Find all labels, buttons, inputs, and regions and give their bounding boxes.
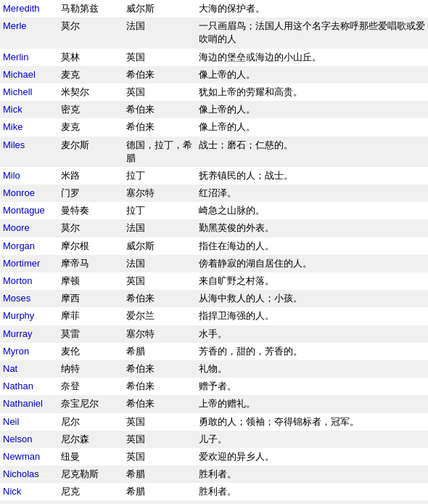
name-cell[interactable]: Murphy [0, 307, 58, 325]
chinese-cell: 尼尔森 [58, 431, 123, 448]
chinese-cell: 摩帝马 [58, 255, 123, 272]
origin-cell: 希伯来 [123, 101, 196, 118]
chinese-cell: 纳特 [58, 360, 123, 378]
meaning-cell: 大海的保护者。 [196, 0, 428, 17]
meaning-cell: 水手。 [196, 325, 428, 343]
name-cell[interactable]: Mortimer [0, 255, 58, 272]
table-row: Merle 莫尔 法国 一只画眉鸟；法国人用这个名字去称呼那些爱唱歌或爱吹哨的人 [0, 17, 428, 48]
meaning-cell: 傍着静寂的湖自居住的人。 [196, 255, 428, 272]
origin-cell: 拉丁 [123, 167, 196, 184]
table-row: Nicholas 尼克勒斯 希腊 胜利者。 [0, 466, 428, 483]
origin-cell: 希伯来 [123, 290, 196, 307]
chinese-cell: 奈哲尔 [58, 500, 123, 504]
origin-cell: 塞尔特 [123, 325, 196, 343]
meaning-cell: 胜利者。 [196, 483, 428, 500]
table-row: Neil 尼尔 英国 勇敢的人；领袖；夺得锦标者，冠军。 [0, 413, 428, 431]
origin-cell: 德国，拉丁，希腊 [123, 137, 196, 167]
name-cell[interactable]: Newman [0, 448, 58, 466]
name-cell[interactable]: Nicholas [0, 466, 58, 483]
meaning-cell: 勤黑英俊的外表。 [196, 219, 428, 237]
origin-cell: 希伯来 [123, 66, 196, 84]
table-row: Mike 麦克 希伯来 像上帝的人。 [0, 118, 428, 136]
table-row: Miles 麦尔斯 德国，拉丁，希腊 战士；磨石；仁慈的。 [0, 137, 428, 167]
origin-cell: 法国 [123, 17, 196, 48]
table-row: Moses 摩西 希伯来 从海中救人的人；小孩。 [0, 290, 428, 307]
origin-cell: 爱尔兰 [123, 307, 196, 325]
name-cell[interactable]: Nathan [0, 378, 58, 395]
origin-cell: 英国 [123, 448, 196, 466]
chinese-cell: 麦克 [58, 66, 123, 84]
table-row: Merlin 莫林 英国 海边的堡垒或海边的小山丘。 [0, 49, 428, 66]
origin-cell: 英国 [123, 49, 196, 66]
table-row: Milo 米路 拉丁 抚养镇民的人；战士。 [0, 167, 428, 184]
name-cell[interactable]: Moore [0, 219, 58, 237]
name-cell[interactable]: Morton [0, 272, 58, 290]
name-cell[interactable]: Milo [0, 167, 58, 184]
table-row: Murphy 摩菲 爱尔兰 指捍卫海强的人。 [0, 307, 428, 325]
table-row: Nathan 奈登 希伯来 赠予者。 [0, 378, 428, 395]
origin-cell: 拉丁 [123, 500, 196, 504]
name-cell[interactable]: Merlin [0, 49, 58, 66]
name-cell[interactable]: Mike [0, 118, 58, 136]
meaning-cell: 礼物。 [196, 360, 428, 378]
origin-cell: 英国 [123, 413, 196, 431]
name-cell[interactable]: Moses [0, 290, 58, 307]
name-cell[interactable]: Myron [0, 343, 58, 360]
chinese-cell: 奈登 [58, 378, 123, 395]
chinese-cell: 摩尔根 [58, 237, 123, 255]
table-row: Mortimer 摩帝马 法国 傍着静寂的湖自居住的人。 [0, 255, 428, 272]
chinese-cell: 奈宝尼尔 [58, 395, 123, 412]
name-cell[interactable]: Morgan [0, 237, 58, 255]
meaning-cell: 赠予者。 [196, 378, 428, 395]
table-row: Nelson 尼尔森 英国 儿子。 [0, 431, 428, 448]
meaning-cell: 从海中救人的人；小孩。 [196, 290, 428, 307]
name-cell[interactable]: Meredith [0, 0, 58, 17]
chinese-cell: 麦克 [58, 118, 123, 136]
meaning-cell: 黑头发的人。 [196, 500, 428, 504]
meaning-cell: 爱欢迎的异乡人。 [196, 448, 428, 466]
origin-cell: 希腊 [123, 483, 196, 500]
name-cell[interactable]: Michael [0, 66, 58, 84]
origin-cell: 希腊 [123, 343, 196, 360]
meaning-cell: 战士；磨石；仁慈的。 [196, 137, 428, 167]
meaning-cell: 来自旷野之村落。 [196, 272, 428, 290]
origin-cell: 英国 [123, 431, 196, 448]
table-row: Monroe 门罗 塞尔特 红沼泽。 [0, 184, 428, 202]
name-cell[interactable]: Merle [0, 17, 58, 48]
name-cell[interactable]: Nick [0, 483, 58, 500]
chinese-cell: 门罗 [58, 184, 123, 202]
chinese-cell: 尼尔 [58, 413, 123, 431]
name-cell[interactable]: Miles [0, 137, 58, 167]
meaning-cell: 海边的堡垒或海边的小山丘。 [196, 49, 428, 66]
table-row: Myron 麦伦 希腊 芳香的，甜的，芳香的。 [0, 343, 428, 360]
chinese-cell: 尼克勒斯 [58, 466, 123, 483]
chinese-cell: 米契尔 [58, 84, 123, 101]
origin-cell: 法国 [123, 255, 196, 272]
meaning-cell: 儿子。 [196, 431, 428, 448]
name-cell[interactable]: Nat [0, 360, 58, 378]
chinese-cell: 米路 [58, 167, 123, 184]
table-row: Morgan 摩尔根 威尔斯 指住在海边的人。 [0, 237, 428, 255]
origin-cell: 拉丁 [123, 202, 196, 219]
name-cell[interactable]: Nathaniel [0, 395, 58, 412]
name-cell[interactable]: Neil [0, 413, 58, 431]
name-cell[interactable]: Mick [0, 101, 58, 118]
table-row: Montague 曼特奏 拉丁 崎急之山脉的。 [0, 202, 428, 219]
meaning-cell: 抚养镇民的人；战士。 [196, 167, 428, 184]
origin-cell: 法国 [123, 219, 196, 237]
name-cell[interactable]: Montague [0, 202, 58, 219]
meaning-cell: 指住在海边的人。 [196, 237, 428, 255]
name-cell[interactable]: Monroe [0, 184, 58, 202]
name-cell[interactable]: Nigel [0, 500, 58, 504]
chinese-cell: 摩顿 [58, 272, 123, 290]
table-row: Michell 米契尔 英国 犹如上帝的劳耀和高贵。 [0, 84, 428, 101]
name-cell[interactable]: Michell [0, 84, 58, 101]
name-cell[interactable]: Nelson [0, 431, 58, 448]
origin-cell: 威尔斯 [123, 237, 196, 255]
table-row: Michael 麦克 希伯来 像上帝的人。 [0, 66, 428, 84]
table-row: Newman 纽曼 英国 爱欢迎的异乡人。 [0, 448, 428, 466]
meaning-cell: 芳香的，甜的，芳香的。 [196, 343, 428, 360]
chinese-cell: 摩菲 [58, 307, 123, 325]
origin-cell: 希伯来 [123, 378, 196, 395]
name-cell[interactable]: Murray [0, 325, 58, 343]
